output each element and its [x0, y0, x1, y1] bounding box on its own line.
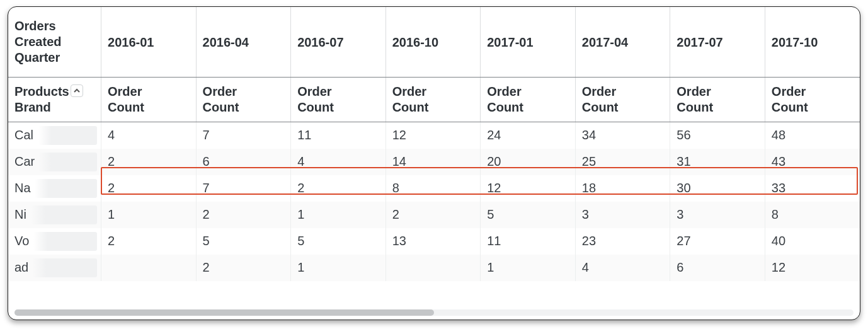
redaction-mask [31, 205, 97, 224]
value-cell[interactable]: 2 [291, 175, 386, 202]
value-cell[interactable]: 20 [481, 149, 576, 175]
value-cell[interactable]: 5 [481, 202, 576, 228]
metric-header[interactable]: OrderCount [291, 78, 386, 122]
value-cell[interactable]: 7 [196, 122, 291, 149]
value-cell[interactable]: 2 [196, 202, 291, 228]
value-cell[interactable]: 48 [765, 122, 860, 149]
column-header[interactable]: 2016-07 [291, 7, 386, 78]
value-cell[interactable]: 3 [670, 202, 765, 228]
value-cell[interactable]: 4 [291, 149, 386, 175]
redaction-mask [38, 153, 97, 171]
value-cell[interactable]: 2 [101, 175, 197, 202]
row-dimension-label-2: Brand [14, 100, 51, 114]
table-row[interactable]: Cal 4 7 11 12 24 34 56 48 [8, 122, 860, 149]
redaction-mask [32, 258, 97, 277]
column-dimension-label: OrdersCreatedQuarter [14, 19, 61, 64]
value-cell[interactable]: 6 [196, 149, 291, 175]
value-cell[interactable]: 2 [101, 149, 197, 175]
chevron-up-icon [73, 87, 81, 95]
column-header[interactable]: 2017-07 [670, 7, 765, 78]
horizontal-scrollbar[interactable] [14, 309, 854, 316]
value-cell[interactable]: 2 [101, 228, 197, 255]
column-header-row: OrdersCreatedQuarter 2016-01 2016-04 201… [8, 7, 860, 78]
value-cell[interactable]: 2 [385, 202, 481, 228]
table-row[interactable]: Vo 2 5 5 13 11 23 27 40 [8, 228, 860, 255]
row-dimension-header[interactable]: Products Brand [8, 78, 101, 122]
value-cell[interactable]: 6 [670, 255, 765, 281]
metric-header[interactable]: OrderCount [196, 78, 291, 122]
value-cell[interactable]: 1 [101, 202, 197, 228]
brand-cell[interactable]: Na [8, 175, 101, 202]
brand-cell[interactable]: Cal [8, 122, 101, 149]
pivot-table-card: OrdersCreatedQuarter 2016-01 2016-04 201… [8, 6, 860, 320]
value-cell[interactable]: 11 [481, 228, 576, 255]
redaction-mask [35, 179, 97, 198]
value-cell[interactable]: 1 [291, 202, 386, 228]
value-cell[interactable]: 43 [765, 149, 860, 175]
column-header[interactable]: 2017-04 [575, 7, 670, 78]
brand-cell[interactable]: ad [8, 255, 101, 281]
value-cell[interactable]: 40 [765, 228, 860, 255]
brand-cell[interactable]: Ni [8, 202, 101, 228]
redaction-mask [33, 232, 97, 251]
value-cell[interactable]: 12 [765, 255, 860, 281]
value-cell[interactable]: 5 [196, 228, 291, 255]
column-header[interactable]: 2017-01 [481, 7, 576, 78]
value-cell[interactable]: 5 [291, 228, 386, 255]
metric-header[interactable]: OrderCount [481, 78, 576, 122]
column-header[interactable]: 2016-10 [385, 7, 481, 78]
value-cell[interactable]: 18 [575, 175, 670, 202]
value-cell[interactable]: 4 [101, 122, 197, 149]
value-cell[interactable]: 2 [196, 255, 291, 281]
metric-header[interactable]: OrderCount [765, 78, 860, 122]
value-cell[interactable]: 23 [575, 228, 670, 255]
value-cell[interactable]: 1 [481, 255, 576, 281]
value-cell[interactable]: 34 [575, 122, 670, 149]
table-row[interactable]: Ni 1 2 1 2 5 3 3 8 [8, 202, 860, 228]
column-dimension-header[interactable]: OrdersCreatedQuarter [8, 7, 101, 78]
value-cell[interactable]: 33 [765, 175, 860, 202]
value-cell[interactable]: 12 [481, 175, 576, 202]
value-cell[interactable]: 1 [291, 255, 386, 281]
metric-header[interactable]: OrderCount [385, 78, 481, 122]
column-header[interactable]: 2017-10 [765, 7, 860, 78]
value-cell[interactable]: 56 [670, 122, 765, 149]
metric-header[interactable]: OrderCount [575, 78, 670, 122]
value-cell[interactable]: 12 [385, 122, 481, 149]
value-cell[interactable]: 27 [670, 228, 765, 255]
metric-header-row: Products Brand OrderCount OrderCount Ord… [8, 78, 860, 122]
value-cell[interactable]: 8 [385, 175, 481, 202]
scrollbar-thumb[interactable] [14, 309, 434, 316]
row-dimension-label-1: Products [14, 84, 69, 98]
collapse-toggle[interactable] [71, 84, 83, 97]
value-cell[interactable]: 30 [670, 175, 765, 202]
brand-cell[interactable]: Car [8, 149, 101, 175]
value-cell[interactable]: 7 [196, 175, 291, 202]
brand-cell[interactable]: Vo [8, 228, 101, 255]
value-cell[interactable] [385, 255, 481, 281]
metric-header[interactable]: OrderCount [670, 78, 765, 122]
value-cell[interactable]: 25 [575, 149, 670, 175]
column-header[interactable]: 2016-04 [196, 7, 291, 78]
column-header[interactable]: 2016-01 [101, 7, 197, 78]
table-row[interactable]: ad 2 1 1 4 6 12 [8, 255, 860, 281]
table-row[interactable]: Na 2 7 2 8 12 18 30 33 [8, 175, 860, 202]
value-cell[interactable]: 31 [670, 149, 765, 175]
value-cell[interactable]: 24 [481, 122, 576, 149]
redaction-mask [38, 126, 97, 145]
value-cell[interactable]: 3 [575, 202, 670, 228]
table-row[interactable]: Car 2 6 4 14 20 25 31 43 [8, 149, 860, 175]
value-cell[interactable]: 4 [575, 255, 670, 281]
value-cell[interactable]: 11 [291, 122, 386, 149]
value-cell[interactable]: 14 [385, 149, 481, 175]
pivot-table: OrdersCreatedQuarter 2016-01 2016-04 201… [8, 7, 860, 281]
metric-header[interactable]: OrderCount [101, 78, 197, 122]
value-cell[interactable] [101, 255, 197, 281]
value-cell[interactable]: 8 [765, 202, 860, 228]
value-cell[interactable]: 13 [385, 228, 481, 255]
